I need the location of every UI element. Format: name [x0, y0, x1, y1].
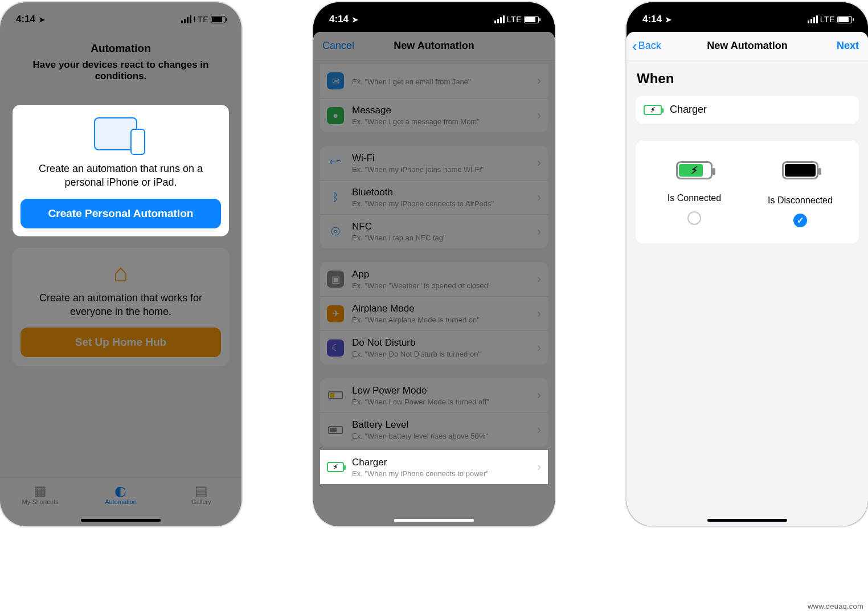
tab-label: Automation: [105, 498, 137, 505]
setup-home-hub-button[interactable]: Set Up Home Hub: [21, 328, 221, 357]
chevron-right-icon: ›: [537, 306, 541, 321]
page-subtitle: Have your devices react to changes in co…: [0, 59, 241, 82]
option-is-connected[interactable]: ⚡︎ Is Connected: [641, 161, 747, 230]
battery-icon: [524, 16, 539, 23]
screenshot-3-charger-options: 4:14 ➤ LTE ‹ Back New Automation Next Wh…: [627, 2, 868, 526]
trigger-row-email[interactable]: ✉︎ Ex. "When I get an email from Jane" ›: [320, 64, 548, 98]
chevron-left-icon: ‹: [632, 39, 637, 54]
row-title: Charger: [352, 457, 537, 468]
row-sub: Ex. "When battery level rises above 50%": [352, 432, 537, 440]
wifi-icon: ⬿: [327, 154, 344, 171]
row-sub: Ex. "When I tap an NFC tag": [352, 234, 537, 242]
trigger-row-app[interactable]: ▣ App Ex. "When "Weather" is opened or c…: [320, 262, 548, 296]
page-title: Automation: [0, 28, 241, 59]
app-icon: ▣: [327, 271, 344, 288]
tab-label: My Shortcuts: [22, 498, 59, 505]
status-bar: 4:14 ➤ LTE: [0, 2, 241, 28]
mail-icon: ✉︎: [327, 72, 344, 89]
row-title: Wi-Fi: [352, 153, 537, 164]
battery-disconnected-icon: [782, 161, 818, 179]
next-button[interactable]: Next: [837, 40, 859, 52]
status-bar: 4:14 ➤ LTE: [313, 2, 555, 28]
personal-automation-description: Create an automation that runs on a pers…: [21, 162, 221, 199]
sheet-header: Cancel New Automation: [313, 32, 555, 60]
trigger-group-connectivity: ⬿ Wi-Fi Ex. "When my iPhone joins home W…: [320, 146, 548, 248]
trigger-row-airplane[interactable]: ✈︎ Airplane Mode Ex. "When Airplane Mode…: [320, 296, 548, 330]
low-power-icon: [327, 387, 344, 404]
trigger-list: ✉︎ Ex. "When I get an email from Jane" ›…: [313, 64, 555, 447]
row-title: Message: [352, 105, 537, 116]
tab-gallery[interactable]: ▤ Gallery: [161, 478, 241, 526]
location-icon: ➤: [665, 15, 672, 24]
trigger-group-system: ▣ App Ex. "When "Weather" is opened or c…: [320, 262, 548, 365]
row-sub: Ex. "When Airplane Mode is turned on": [352, 316, 537, 324]
home-indicator: [81, 519, 161, 522]
message-icon: ●: [327, 107, 344, 124]
trigger-row-nfc[interactable]: ⦾ NFC Ex. "When I tap an NFC tag" ›: [320, 214, 548, 248]
chevron-right-icon: ›: [537, 108, 541, 123]
devices-icon: [94, 117, 148, 155]
trigger-group-power: Low Power Mode Ex. "When Low Power Mode …: [320, 378, 548, 447]
tab-label: Gallery: [191, 498, 211, 505]
row-title: Do Not Disturb: [352, 337, 537, 349]
chevron-right-icon: ›: [537, 190, 541, 205]
option-label: Is Disconnected: [747, 195, 853, 206]
row-sub: Ex. "When Low Power Mode is turned off": [352, 398, 537, 406]
chevron-right-icon: ›: [537, 155, 541, 170]
screenshot-1-automation-tab: 4:14 ➤ LTE Automation Have your devices …: [0, 2, 241, 526]
trigger-row-charger[interactable]: ⚡︎ Charger Ex. "When my iPhone connects …: [320, 450, 548, 484]
row-sub: Ex. "When my iPhone connects to AirPods": [352, 199, 537, 208]
network-label: LTE: [820, 15, 835, 24]
dnd-icon: ☾: [327, 339, 344, 357]
chevron-right-icon: ›: [537, 73, 541, 88]
trigger-row-dnd[interactable]: ☾ Do Not Disturb Ex. "When Do Not Distur…: [320, 330, 548, 365]
row-sub: Ex. "When "Weather" is opened or closed": [352, 281, 537, 290]
home-indicator: [707, 519, 787, 522]
create-personal-automation-button[interactable]: Create Personal Automation: [21, 199, 221, 228]
selected-trigger-row: ⚡︎ Charger: [636, 96, 859, 124]
chevron-right-icon: ›: [537, 224, 541, 239]
location-icon: ➤: [39, 15, 45, 24]
back-button[interactable]: ‹ Back: [632, 39, 661, 54]
status-bar: 4:14 ➤ LTE: [627, 2, 868, 28]
tab-my-shortcuts[interactable]: ▦ My Shortcuts: [0, 478, 80, 526]
home-indicator: [394, 519, 474, 522]
shortcuts-icon: ▦: [0, 484, 80, 498]
nfc-icon: ⦾: [327, 223, 344, 240]
row-title: Low Power Mode: [352, 385, 537, 396]
network-label: LTE: [194, 15, 208, 24]
option-is-disconnected[interactable]: Is Disconnected: [747, 161, 853, 230]
charger-options: ⚡︎ Is Connected Is Disconnected: [636, 141, 859, 243]
row-title: NFC: [352, 221, 537, 232]
location-icon: ➤: [352, 15, 358, 24]
charger-icon: ⚡︎: [644, 105, 662, 115]
chevron-right-icon: ›: [537, 341, 541, 355]
signal-icon: [494, 15, 505, 23]
option-label: Is Connected: [641, 193, 747, 203]
row-sub: Ex. "When Do Not Disturb is turned on": [352, 350, 537, 358]
radio-unchecked[interactable]: [687, 211, 701, 225]
home-automation-description: Create an automation that works for ever…: [21, 291, 221, 328]
battery-connected-icon: ⚡︎: [676, 161, 713, 179]
row-title: App: [352, 269, 537, 280]
trigger-row-bluetooth[interactable]: ᛒ Bluetooth Ex. "When my iPhone connects…: [320, 180, 548, 214]
back-label: Back: [638, 40, 661, 52]
status-time: 4:14: [329, 14, 349, 25]
trigger-row-wifi[interactable]: ⬿ Wi-Fi Ex. "When my iPhone joins home W…: [320, 146, 548, 180]
section-when-heading: When: [627, 60, 868, 92]
chevron-right-icon: ›: [537, 272, 541, 286]
battery-level-icon: [327, 421, 344, 439]
status-time: 4:14: [16, 14, 35, 25]
personal-automation-card: Create an automation that runs on a pers…: [13, 105, 229, 236]
row-title: Bluetooth: [352, 187, 537, 198]
trigger-row-low-power[interactable]: Low Power Mode Ex. "When Low Power Mode …: [320, 378, 548, 412]
cancel-button[interactable]: Cancel: [322, 40, 354, 52]
trigger-row-message[interactable]: ● Message Ex. "When I get a message from…: [320, 98, 548, 132]
chevron-right-icon: ›: [537, 460, 541, 474]
radio-checked[interactable]: [793, 214, 807, 227]
sheet-header: ‹ Back New Automation Next: [627, 32, 868, 60]
status-time: 4:14: [642, 14, 662, 25]
trigger-row-battery-level[interactable]: Battery Level Ex. "When battery level ri…: [320, 412, 548, 447]
battery-icon: [837, 16, 852, 23]
row-sub: Ex. "When my iPhone joins home Wi-Fi": [352, 165, 537, 174]
